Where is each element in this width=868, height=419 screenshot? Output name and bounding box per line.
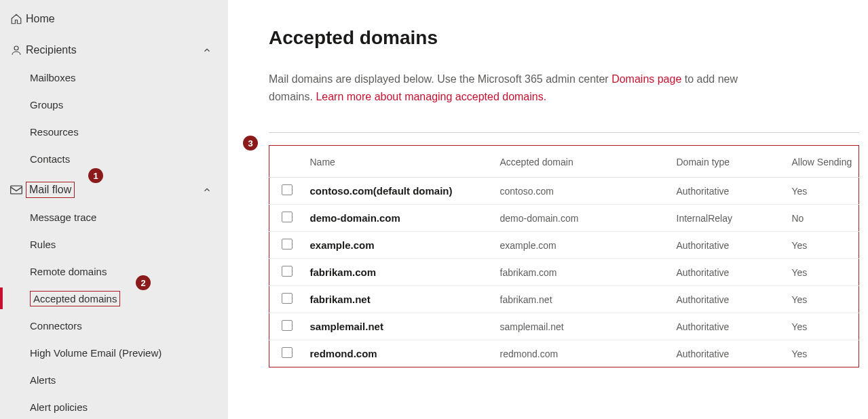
sidebar-item-recipients[interactable]: Recipients — [0, 37, 228, 64]
col-domain-type[interactable]: Domain type — [671, 146, 787, 178]
sidebar-item-label: Connectors — [30, 320, 82, 332]
cell-name: contoso.com(default domain) — [305, 178, 495, 205]
sidebar-item-label: Resources — [30, 126, 79, 138]
sidebar-item-message-trace[interactable]: Message trace — [0, 203, 228, 231]
cell-domain-type: InternalRelay — [671, 205, 787, 232]
col-accepted-domain[interactable]: Accepted domain — [495, 146, 671, 178]
cell-name: fabrikam.net — [305, 286, 495, 313]
learn-more-link[interactable]: Learn more about managing accepted domai… — [316, 91, 546, 102]
cell-name: samplemail.net — [305, 313, 495, 340]
sidebar-item-mailflow[interactable]: Mail flow 1 — [0, 176, 228, 203]
table-row[interactable]: example.comexample.comAuthoritativeYes — [269, 232, 859, 259]
sidebar-item-accepted-domains[interactable]: Accepted domains 2 — [0, 285, 228, 312]
cell-domain-type: Authoritative — [671, 340, 787, 367]
sidebar-item-alert-policies[interactable]: Alert policies — [0, 393, 228, 419]
chevron-up-icon — [202, 45, 212, 55]
svg-rect-1 — [11, 186, 22, 194]
sidebar-item-home[interactable]: Home — [0, 5, 228, 33]
cell-name: redmond.com — [305, 340, 495, 367]
domains-table-wrap: 3 Name Accepted domain Domain type Allow… — [269, 145, 868, 367]
cell-name: fabrikam.com — [305, 259, 495, 286]
cell-accepted-domain: example.com — [495, 232, 671, 259]
sidebar-item-label: Contacts — [30, 153, 70, 165]
cell-allow-sending: No — [787, 205, 859, 232]
mail-icon — [7, 184, 26, 195]
col-name[interactable]: Name — [305, 146, 495, 178]
main-content: Accepted domains Mail domains are displa… — [228, 0, 868, 419]
chevron-up-icon — [202, 185, 212, 195]
table-row[interactable]: redmond.comredmond.comAuthoritativeYes — [269, 340, 859, 367]
sidebar-item-high-volume-email[interactable]: High Volume Email (Preview) — [0, 339, 228, 366]
domains-page-link[interactable]: Domains page — [611, 73, 681, 85]
sidebar-item-resources[interactable]: Resources — [0, 118, 228, 145]
cell-domain-type: Authoritative — [671, 313, 787, 340]
cell-domain-type: Authoritative — [671, 259, 787, 286]
sidebar-item-connectors[interactable]: Connectors — [0, 312, 228, 339]
cell-name: demo-domain.com — [305, 205, 495, 232]
cell-allow-sending: Yes — [787, 313, 859, 340]
table-row[interactable]: demo-domain.comdemo-domain.comInternalRe… — [269, 205, 859, 232]
sidebar-item-alerts[interactable]: Alerts — [0, 366, 228, 393]
cell-accepted-domain: redmond.com — [495, 340, 671, 367]
sidebar-item-label: Recipients — [26, 44, 77, 56]
cell-accepted-domain: fabrikam.net — [495, 286, 671, 313]
row-checkbox[interactable] — [282, 239, 293, 250]
row-checkbox[interactable] — [282, 212, 293, 222]
sidebar: Home Recipients Mailboxes Groups Resourc… — [0, 0, 228, 419]
domains-table: Name Accepted domain Domain type Allow S… — [269, 145, 859, 367]
cell-domain-type: Authoritative — [671, 232, 787, 259]
callout-badge-2: 2 — [136, 275, 151, 290]
intro-pre: Mail domains are displayed below. Use th… — [269, 73, 611, 85]
sidebar-item-mailboxes[interactable]: Mailboxes — [0, 64, 228, 91]
row-checkbox[interactable] — [282, 347, 293, 358]
sidebar-item-label: Remote domains — [30, 266, 107, 277]
row-checkbox[interactable] — [282, 266, 293, 277]
sidebar-item-remote-domains[interactable]: Remote domains — [0, 258, 228, 285]
active-indicator — [0, 287, 3, 309]
cell-name: example.com — [305, 232, 495, 259]
sidebar-item-label: Mail flow — [26, 182, 75, 198]
sidebar-item-label: Mailboxes — [30, 72, 76, 83]
cell-allow-sending: Yes — [787, 178, 859, 205]
col-allow-sending[interactable]: Allow Sending — [787, 146, 859, 178]
sidebar-item-label: Accepted domains — [30, 291, 120, 306]
page-title: Accepted domains — [269, 27, 868, 49]
col-checkbox — [269, 146, 305, 178]
cell-allow-sending: Yes — [787, 340, 859, 367]
cell-allow-sending: Yes — [787, 232, 859, 259]
table-header-row: Name Accepted domain Domain type Allow S… — [269, 146, 859, 178]
section-divider — [269, 132, 859, 133]
sidebar-item-label: Message trace — [30, 212, 96, 223]
cell-accepted-domain: samplemail.net — [495, 313, 671, 340]
cell-domain-type: Authoritative — [671, 286, 787, 313]
sidebar-item-label: Rules — [30, 239, 56, 250]
cell-accepted-domain: fabrikam.com — [495, 259, 671, 286]
intro-text: Mail domains are displayed below. Use th… — [269, 71, 785, 105]
cell-allow-sending: Yes — [787, 286, 859, 313]
table-row[interactable]: fabrikam.netfabrikam.netAuthoritativeYes — [269, 286, 859, 313]
sidebar-item-label: Home — [26, 13, 55, 25]
svg-point-0 — [14, 46, 18, 50]
row-checkbox[interactable] — [282, 293, 293, 304]
home-icon — [7, 13, 26, 25]
callout-badge-3: 3 — [243, 136, 258, 151]
sidebar-item-rules[interactable]: Rules — [0, 231, 228, 258]
sidebar-item-label: Alerts — [30, 374, 56, 386]
cell-allow-sending: Yes — [787, 259, 859, 286]
table-row[interactable]: contoso.com(default domain)contoso.comAu… — [269, 178, 859, 205]
person-icon — [7, 44, 26, 56]
row-checkbox[interactable] — [282, 320, 293, 331]
cell-accepted-domain: demo-domain.com — [495, 205, 671, 232]
sidebar-item-label: Groups — [30, 99, 63, 111]
sidebar-item-label: Alert policies — [30, 401, 88, 413]
sidebar-item-label: High Volume Email (Preview) — [30, 347, 162, 359]
table-row[interactable]: fabrikam.comfabrikam.comAuthoritativeYes — [269, 259, 859, 286]
sidebar-item-contacts[interactable]: Contacts — [0, 145, 228, 172]
row-checkbox[interactable] — [282, 184, 293, 195]
callout-badge-1: 1 — [88, 168, 103, 183]
cell-accepted-domain: contoso.com — [495, 178, 671, 205]
sidebar-item-groups[interactable]: Groups — [0, 91, 228, 118]
cell-domain-type: Authoritative — [671, 178, 787, 205]
table-row[interactable]: samplemail.netsamplemail.netAuthoritativ… — [269, 313, 859, 340]
